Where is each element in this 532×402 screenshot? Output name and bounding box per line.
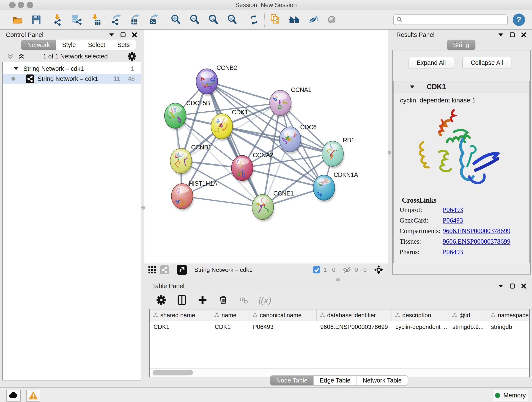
cloud-icon[interactable]	[6, 390, 21, 402]
column-header-description[interactable]: description	[392, 309, 449, 321]
crosslink-label: Uniprot:	[394, 206, 443, 214]
crosslink-link[interactable]: 9606.ENSP00000378699	[443, 238, 510, 245]
string-network-icon	[26, 75, 34, 83]
table-cell[interactable]: CDK1	[211, 323, 249, 331]
column-header-canonical-name[interactable]: canonical name	[249, 309, 317, 321]
open-in-new-icon[interactable]	[177, 265, 187, 275]
bottom-splitter-handle[interactable]	[336, 278, 340, 281]
panel-menu-icon[interactable]	[109, 33, 114, 37]
expand-all-icon[interactable]	[18, 53, 25, 60]
search-icon	[396, 16, 403, 23]
panel-menu-icon[interactable]	[498, 284, 504, 288]
control-panel-tabs: Network Style Select Sets	[21, 40, 136, 50]
panel-close-icon[interactable]	[521, 283, 526, 289]
tab-node-table[interactable]: Node Table	[270, 376, 314, 385]
warning-icon[interactable]	[26, 390, 40, 402]
table-cell[interactable]: P06493	[249, 323, 317, 331]
node-label-CCNB2: CCNB2	[216, 64, 237, 71]
table-row[interactable]: CDK1CDK1P064939606.ENSP00000378699cyclin…	[150, 321, 529, 332]
panel-float-icon[interactable]	[510, 32, 515, 38]
table-cell[interactable]: CDK1	[150, 323, 211, 331]
delete-column-icon[interactable]	[217, 294, 229, 306]
tab-style[interactable]: Style	[56, 40, 82, 50]
selected-checkbox-icon[interactable]	[313, 266, 320, 274]
collapse-all-icon[interactable]	[7, 53, 14, 60]
apply-layout-icon[interactable]	[247, 13, 260, 26]
help-icon[interactable]: ?	[513, 13, 525, 26]
add-column-icon[interactable]	[196, 294, 209, 306]
control-panel-title: Control Panel	[6, 32, 44, 38]
label-eye-slash-icon[interactable]	[307, 13, 319, 26]
network-canvas[interactable]: CCNB2CCNA1CDC25BCDK1CDC6RB1CCNB1CCNA2CDK…	[144, 30, 388, 264]
table-cell[interactable]: stringdb	[487, 323, 529, 331]
column-header--id[interactable]: @id	[449, 309, 487, 321]
protein-description: cyclin–dependent kinase 1	[394, 93, 529, 104]
collapse-all-button[interactable]: Collapse All	[462, 57, 511, 69]
zoom-selected-icon[interactable]	[226, 13, 239, 26]
zoom-out-icon[interactable]	[188, 13, 201, 26]
import-network-icon[interactable]	[51, 13, 64, 26]
tab-edge-table[interactable]: Edge Table	[314, 376, 357, 385]
disclosure-triangle-icon[interactable]	[14, 67, 18, 70]
panel-float-icon[interactable]	[120, 32, 126, 38]
zoom-in-icon[interactable]	[170, 13, 182, 26]
node-label-CCNA1: CCNA1	[291, 86, 311, 93]
left-splitter-handle[interactable]	[141, 206, 145, 210]
network-collection-row[interactable]: String Network – cdk1 1	[3, 64, 141, 74]
tab-network[interactable]: Network	[21, 40, 56, 50]
export-table-icon[interactable]	[129, 13, 142, 26]
expand-all-button[interactable]: Expand All	[408, 57, 454, 69]
crosslink-link[interactable]: P06493	[443, 217, 463, 224]
status-bar: Memory	[0, 387, 532, 402]
column-header-namespace[interactable]: namespace	[487, 309, 529, 321]
copy-document-icon[interactable]	[269, 13, 282, 26]
table-cell[interactable]: 9606.ENSP00000378699	[317, 323, 392, 331]
function-builder-icon[interactable]: f(x)	[259, 295, 271, 306]
table-cell[interactable]: cyclin-dependent ...	[392, 323, 449, 331]
column-header-name[interactable]: name	[211, 309, 249, 321]
disclosure-triangle-icon[interactable]	[410, 85, 415, 89]
save-session-icon[interactable]	[30, 13, 43, 26]
window-title: Session: New Session	[0, 2, 532, 9]
import-database-icon[interactable]	[70, 13, 83, 26]
birdseye-icon[interactable]	[374, 264, 384, 275]
export-network-icon[interactable]	[110, 13, 123, 26]
import-table-icon[interactable]	[89, 13, 102, 26]
network-options-gear-icon[interactable]	[126, 51, 138, 62]
panel-close-icon[interactable]	[132, 32, 137, 38]
crosslink-link[interactable]: P06493	[443, 206, 463, 214]
grid-icon[interactable]	[148, 266, 156, 274]
protein-entry-header[interactable]: CDK1	[394, 81, 529, 93]
network-edge-count: 48	[128, 75, 135, 83]
panel-float-icon[interactable]	[510, 283, 515, 289]
share-icon[interactable]	[160, 265, 169, 274]
hidden-eye-icon[interactable]	[342, 265, 351, 274]
zoom-fit-icon[interactable]	[207, 13, 220, 26]
tab-network-table[interactable]: Network Table	[357, 376, 408, 385]
crosslink-link[interactable]: 9606.ENSP00000378699	[443, 227, 510, 235]
columns-icon[interactable]	[176, 294, 188, 306]
crosslink-row: Tissues: 9606.ENSP00000378699	[394, 236, 529, 247]
column-header-shared-name[interactable]: shared name	[150, 309, 211, 321]
crosslink-row: Pharos: P06493	[394, 247, 529, 257]
open-session-icon[interactable]	[11, 13, 24, 26]
export-image-icon[interactable]	[148, 13, 161, 26]
scrollbar-thumb[interactable]	[152, 370, 193, 375]
structure-eye-icon[interactable]	[325, 13, 338, 26]
string-home-icon[interactable]	[288, 13, 301, 26]
table-cell[interactable]: stringdb:9...	[449, 323, 487, 331]
network-row[interactable]: String Network – cdk1 11 48	[3, 74, 141, 84]
right-splitter-handle[interactable]	[388, 151, 391, 154]
delete-table-icon[interactable]	[238, 294, 250, 306]
column-header-database-identifier[interactable]: database identifier	[317, 309, 392, 321]
search-input[interactable]	[403, 16, 505, 23]
tab-string[interactable]: String	[447, 40, 475, 50]
tab-sets[interactable]: Sets	[111, 40, 136, 50]
search-box[interactable]	[393, 14, 508, 25]
table-settings-gear-icon[interactable]	[155, 294, 167, 306]
tab-select[interactable]: Select	[82, 40, 111, 50]
memory-button[interactable]: Memory	[493, 390, 528, 401]
panel-menu-icon[interactable]	[498, 33, 504, 37]
panel-close-icon[interactable]	[521, 32, 526, 38]
crosslink-link[interactable]: P06493	[443, 248, 463, 256]
